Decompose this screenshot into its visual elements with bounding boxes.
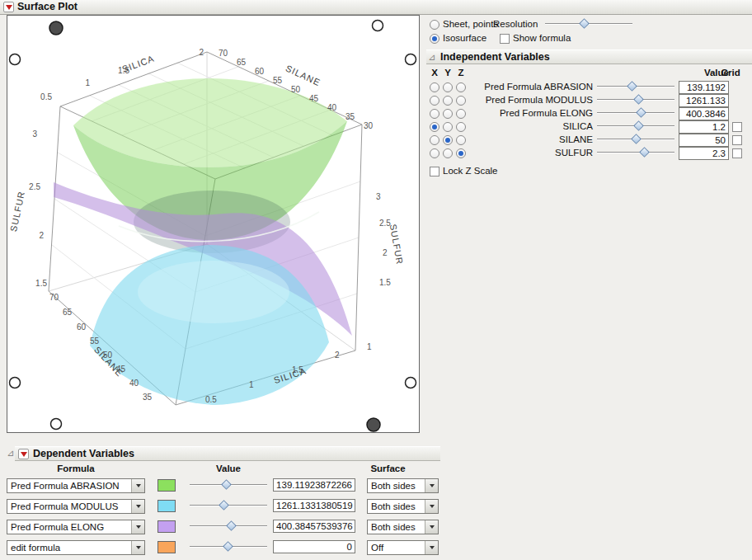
grid-checkbox[interactable] — [732, 148, 742, 158]
rotate-handle-top-left-active[interactable] — [49, 21, 63, 35]
value-input[interactable]: 50 — [679, 134, 729, 147]
isosurface-radio[interactable] — [430, 34, 439, 44]
grid-checkbox[interactable] — [732, 135, 742, 145]
z-axis-radio[interactable] — [456, 109, 466, 119]
independent-variables-header[interactable]: ⊿ Independent Variables — [426, 49, 752, 64]
z-axis-radio[interactable] — [456, 135, 466, 145]
surface-style-value: Both sides — [371, 481, 416, 491]
dropdown-button[interactable] — [425, 479, 438, 492]
rotate-handle-top-right[interactable] — [373, 21, 383, 31]
dropdown-button[interactable] — [131, 479, 144, 492]
x-axis-radio[interactable] — [430, 135, 439, 145]
resolution-slider[interactable] — [543, 19, 634, 30]
y-axis-radio[interactable] — [443, 148, 453, 158]
surface-color-swatch[interactable] — [157, 520, 176, 533]
surface-style-dropdown[interactable]: Off — [367, 540, 439, 555]
y-axis-radio[interactable] — [443, 96, 453, 106]
formula-dropdown[interactable]: edit formula — [7, 540, 145, 555]
formula-dropdown[interactable]: Pred Formula MODULUS — [7, 499, 145, 514]
formula-dropdown[interactable]: Pred Formula ABRASION — [7, 478, 145, 493]
formula-dropdown[interactable]: Pred Formula ELONG — [7, 520, 145, 534]
value-slider[interactable] — [595, 121, 676, 132]
tick-label: 1 — [367, 342, 372, 351]
rotate-handle-left-lower[interactable] — [10, 378, 21, 388]
grid-checkbox[interactable] — [732, 122, 742, 132]
chevron-down-icon — [136, 546, 141, 549]
x-axis-radio[interactable] — [430, 96, 439, 106]
surface-color-swatch[interactable] — [157, 479, 176, 492]
z-axis-radio[interactable] — [456, 82, 466, 92]
y-axis-radio[interactable] — [443, 135, 453, 145]
dependent-variables-header[interactable]: Dependent Variables — [15, 446, 440, 461]
lock-z-scale-checkbox[interactable] — [430, 167, 439, 176]
slider-thumb[interactable] — [636, 107, 646, 118]
x-axis-radio[interactable] — [430, 109, 439, 119]
slider-thumb[interactable] — [219, 500, 229, 511]
disclosure-triangle-icon[interactable]: ⊿ — [428, 52, 435, 63]
value-slider[interactable] — [188, 521, 269, 532]
rotate-handle-left-upper[interactable] — [10, 54, 21, 65]
sheet-points-radio[interactable] — [430, 20, 439, 30]
dependent-row-abrasion: Pred Formula ABRASION 139.11923872266 Bo… — [7, 478, 440, 494]
value-slider[interactable] — [595, 134, 676, 145]
z-axis-radio[interactable] — [456, 148, 466, 158]
z-axis-radio[interactable] — [456, 122, 466, 132]
value-slider[interactable] — [188, 501, 269, 511]
dropdown-button[interactable] — [131, 541, 144, 554]
slider-thumb[interactable] — [639, 147, 650, 158]
surface-color-swatch[interactable] — [157, 500, 176, 512]
dropdown-button[interactable] — [425, 541, 438, 554]
dropdown-button[interactable] — [131, 520, 144, 534]
surface-style-dropdown[interactable]: Both sides — [367, 499, 439, 514]
value-slider[interactable] — [188, 480, 269, 491]
value-slider[interactable] — [595, 82, 676, 92]
dropdown-button[interactable] — [425, 500, 438, 513]
page-title: Surface Plot — [17, 1, 78, 12]
red-triangle-menu-button[interactable] — [18, 449, 29, 459]
dependent-variables-title: Dependent Variables — [33, 448, 134, 459]
slider-thumb[interactable] — [226, 520, 237, 531]
value-slider[interactable] — [595, 95, 676, 106]
x-axis-radio[interactable] — [430, 82, 439, 92]
value-slider[interactable] — [595, 108, 676, 119]
rotate-handle-right-lower[interactable] — [406, 378, 416, 388]
surface-style-dropdown[interactable]: Both sides — [367, 520, 439, 534]
slider-thumb[interactable] — [633, 120, 644, 131]
y-axis-radio[interactable] — [443, 82, 453, 92]
value-input[interactable]: 400.3846 — [679, 107, 729, 120]
value-input[interactable]: 400.38457539376 — [273, 520, 355, 533]
rotate-handle-right-upper[interactable] — [406, 54, 416, 65]
value-slider[interactable] — [188, 542, 269, 553]
value-input[interactable]: 1261.133 — [679, 94, 729, 107]
dropdown-button[interactable] — [425, 520, 438, 534]
value-slider[interactable] — [595, 148, 676, 158]
disclosure-triangle-icon[interactable]: ⊿ — [7, 448, 14, 459]
slider-thumb[interactable] — [633, 94, 644, 105]
y-axis-radio[interactable] — [443, 122, 453, 132]
z-axis-radio[interactable] — [456, 96, 466, 106]
surface-color-swatch[interactable] — [157, 541, 176, 553]
x-axis-radio[interactable] — [430, 148, 439, 158]
x-axis-radio[interactable] — [430, 122, 439, 132]
value-input[interactable]: 0 — [273, 540, 355, 553]
value-input[interactable]: 1.2 — [679, 120, 729, 134]
value-input[interactable]: 139.1192 — [679, 81, 729, 94]
show-formula-checkbox[interactable] — [500, 34, 510, 44]
rotate-handle-bottom-right-active[interactable] — [367, 418, 380, 431]
red-triangle-menu-button[interactable] — [3, 2, 14, 12]
slider-thumb[interactable] — [631, 134, 642, 144]
value-input[interactable]: 2.3 — [679, 147, 729, 160]
dropdown-button[interactable] — [131, 500, 144, 513]
surface-style-dropdown[interactable]: Both sides — [367, 478, 439, 493]
surface-plot-canvas[interactable]: 0.5 1 1.5 2 70 65 60 55 50 45 40 35 30 3… — [7, 16, 419, 432]
chevron-down-icon — [430, 505, 435, 508]
slider-thumb[interactable] — [627, 81, 637, 92]
axis-title-silica-top: SILICA — [120, 54, 155, 74]
resolution-slider-thumb[interactable] — [579, 18, 590, 29]
value-input[interactable]: 1261.1331380519 — [273, 499, 355, 512]
slider-thumb[interactable] — [223, 541, 233, 552]
y-axis-radio[interactable] — [443, 109, 453, 119]
value-input[interactable]: 139.11923872266 — [273, 478, 355, 492]
slider-thumb[interactable] — [221, 479, 232, 490]
rotate-handle-bottom-left[interactable] — [51, 419, 62, 430]
